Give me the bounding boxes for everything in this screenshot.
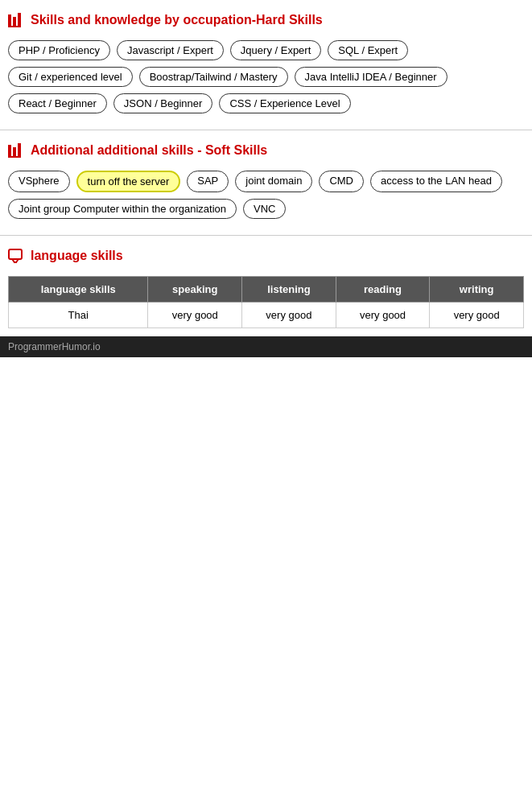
- language-table-row: Thaivery goodvery goodvery goodvery good: [9, 303, 524, 328]
- hard-skill-tag: Jquery / Expert: [230, 40, 321, 60]
- hard-skills-icon: [8, 13, 24, 27]
- language-table-cell: very good: [242, 303, 336, 328]
- soft-skills-tags: VSphereturn off the serverSAPjoint domai…: [8, 171, 524, 219]
- footer-text: ProgrammerHumor.io: [8, 341, 101, 352]
- soft-skills-heading: Additional additional skills - Soft Skil…: [31, 143, 267, 158]
- soft-skill-tag: SAP: [187, 171, 229, 192]
- svg-rect-4: [8, 145, 11, 156]
- hard-skill-tag: PHP / Proficiency: [8, 40, 110, 60]
- language-table-body: Thaivery goodvery goodvery goodvery good: [9, 303, 524, 328]
- language-table-header: speaking: [148, 277, 242, 303]
- language-table-header: reading: [336, 277, 430, 303]
- soft-skill-tag: CMD: [319, 171, 364, 192]
- soft-skills-section: Additional additional skills - Soft Skil…: [0, 130, 532, 236]
- hard-skills-tags: PHP / ProficiencyJavascript / ExpertJque…: [8, 40, 524, 113]
- language-table-cell: Thai: [9, 303, 148, 328]
- hard-skills-heading: Skills and knowledge by occupation-Hard …: [31, 13, 323, 27]
- hard-skill-tag: Javascript / Expert: [117, 40, 224, 60]
- soft-skills-title: Additional additional skills - Soft Skil…: [8, 143, 524, 158]
- soft-skill-tag: Joint group Computer within the organiza…: [8, 199, 237, 219]
- soft-skill-tag: turn off the server: [76, 171, 181, 192]
- svg-rect-8: [9, 249, 22, 259]
- language-table-cell: very good: [148, 303, 242, 328]
- language-table-cell: very good: [336, 303, 430, 328]
- language-table: language skillsspeakinglisteningreadingw…: [8, 276, 524, 328]
- hard-skill-tag: React / Beginner: [8, 93, 107, 113]
- footer: ProgrammerHumor.io: [0, 336, 532, 357]
- hard-skill-tag: CSS / Experience Level: [219, 93, 350, 113]
- language-table-cell: very good: [430, 303, 524, 328]
- hard-skill-tag: Java IntelliJ IDEA / Beginner: [295, 67, 447, 87]
- soft-skill-tag: VSphere: [8, 171, 70, 192]
- hard-skill-tag: Git / experienced level: [8, 67, 133, 87]
- language-skills-heading: language skills: [31, 249, 123, 263]
- hard-skills-section: Skills and knowledge by occupation-Hard …: [0, 0, 532, 130]
- soft-skill-tag: VNC: [243, 199, 286, 219]
- language-skills-icon: [8, 249, 24, 263]
- svg-rect-2: [18, 13, 21, 26]
- svg-rect-5: [13, 147, 16, 156]
- language-skills-title: language skills: [8, 249, 524, 263]
- hard-skills-title: Skills and knowledge by occupation-Hard …: [8, 13, 524, 27]
- svg-rect-1: [13, 17, 16, 26]
- language-table-header: writing: [430, 277, 524, 303]
- language-table-header: listening: [242, 277, 336, 303]
- svg-rect-6: [18, 143, 21, 156]
- hard-skill-tag: Boostrap/Tailwind / Mastery: [139, 67, 288, 87]
- language-skills-section: language skills language skillsspeakingl…: [0, 236, 532, 336]
- soft-skills-icon: [8, 143, 24, 158]
- language-table-header-row: language skillsspeakinglisteningreadingw…: [9, 277, 524, 303]
- hard-skill-tag: JSON / Beginner: [113, 93, 213, 113]
- hard-skill-tag: SQL / Expert: [328, 40, 408, 60]
- language-table-header: language skills: [9, 277, 148, 303]
- svg-rect-0: [8, 14, 11, 26]
- language-table-head: language skillsspeakinglisteningreadingw…: [9, 277, 524, 303]
- soft-skill-tag: access to the LAN head: [370, 171, 502, 192]
- soft-skill-tag: joint domain: [235, 171, 312, 192]
